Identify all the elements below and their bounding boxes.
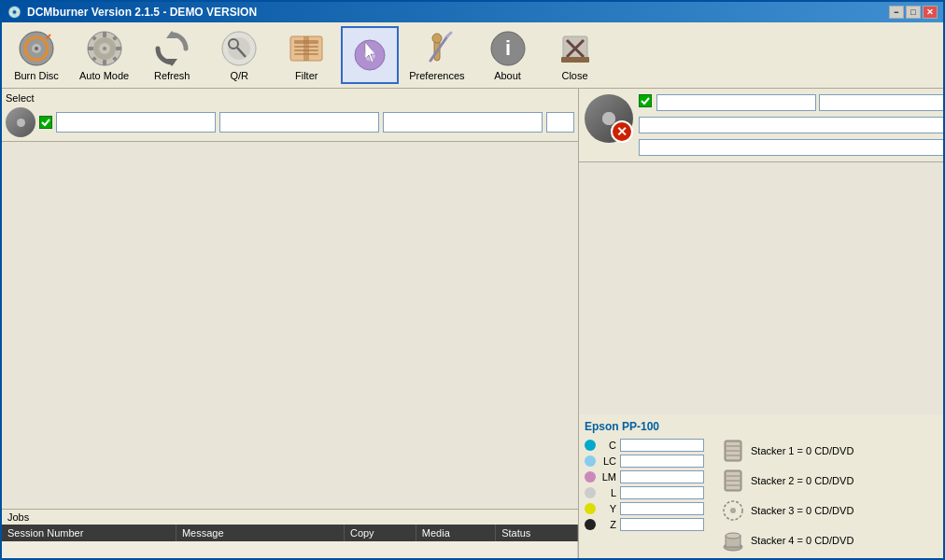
stacker-label-4: Stacker 4 = 0 CD/DVD	[751, 535, 853, 546]
ink-bar-lm	[620, 470, 704, 483]
preferences-button[interactable]: Preferences	[401, 26, 472, 84]
filter-button[interactable]: Filter	[274, 26, 339, 84]
main-window: 💿 DCMburner Version 2.1.5 - DEMO VERSION…	[0, 0, 945, 560]
cursor-icon	[350, 35, 389, 74]
stacker-label-3: Stacker 3 = 0 CD/DVD	[751, 505, 853, 516]
disc-icon	[6, 107, 35, 137]
auto-mode-button[interactable]: Auto Mode	[71, 26, 137, 84]
stacker-section: Stacker 1 = 0 CD/DVD	[723, 439, 853, 553]
select-row	[6, 107, 574, 137]
right-field-full[interactable]	[639, 139, 943, 156]
burn-disc-label: Burn Disc	[14, 70, 59, 81]
svg-rect-42	[561, 57, 589, 63]
qr-label: Q/R	[230, 70, 248, 81]
svg-point-57	[726, 533, 740, 539]
about-button[interactable]: i About	[475, 26, 541, 84]
epson-title: Epson PP-100	[585, 420, 943, 433]
ink-dot-z	[585, 519, 596, 530]
ink-row-lm: LM	[585, 470, 704, 483]
select-field-4[interactable]	[546, 112, 574, 133]
col-copy: Copy	[344, 525, 416, 541]
minimize-button[interactable]: −	[889, 6, 904, 19]
window-close-button[interactable]: ✕	[923, 6, 938, 19]
qr-icon	[219, 29, 259, 68]
error-disc-icon: ✕	[585, 94, 633, 143]
ink-label-y: Y	[599, 503, 616, 514]
refresh-label: Refresh	[154, 70, 190, 81]
app-icon: 💿	[7, 6, 21, 19]
stacker-row-3: Stacker 3 = 0 CD/DVD	[723, 498, 853, 523]
svg-point-2	[35, 47, 38, 50]
about-label: About	[494, 70, 521, 81]
burn-disc-button[interactable]: Burn Disc	[4, 26, 69, 84]
filter-icon	[287, 29, 326, 68]
svg-rect-28	[303, 36, 309, 61]
ink-dot-l	[585, 487, 596, 498]
right-field-2[interactable]	[819, 94, 943, 111]
svg-rect-50	[726, 477, 740, 480]
svg-rect-47	[726, 456, 740, 459]
qr-button[interactable]: Q/R	[206, 26, 272, 84]
stacker-row-2: Stacker 2 = 0 CD/DVD	[723, 469, 853, 493]
svg-rect-44	[726, 442, 740, 445]
select-label: Select	[6, 92, 574, 104]
refresh-button[interactable]: Refresh	[139, 26, 205, 84]
ink-row-y: Y	[585, 502, 704, 515]
svg-rect-12	[116, 47, 121, 50]
svg-rect-11	[88, 47, 93, 50]
list-area	[2, 142, 578, 509]
auto-mode-label: Auto Mode	[79, 70, 129, 81]
stacker-label-2: Stacker 2 = 0 CD/DVD	[751, 475, 853, 486]
ink-dot-lc	[585, 455, 596, 467]
stacker-label-1: Stacker 1 = 0 CD/DVD	[751, 445, 853, 456]
right-info	[639, 94, 943, 156]
about-icon: i	[488, 29, 528, 68]
col-status: Status	[496, 525, 578, 541]
stacker-icon-1	[723, 439, 743, 463]
svg-point-34	[432, 34, 442, 43]
right-checkbox[interactable]	[639, 94, 652, 107]
jobs-label: Jobs	[2, 510, 578, 525]
right-panel: ✕	[579, 89, 943, 558]
jobs-table: Session Number Message Copy Media Status	[2, 525, 578, 558]
stacker-icon-4	[723, 528, 743, 553]
stacker-icon-3	[723, 498, 743, 523]
right-field-1[interactable]	[656, 94, 816, 111]
stacker-row-1: Stacker 1 = 0 CD/DVD	[723, 439, 853, 463]
auto-mode-icon	[85, 29, 124, 68]
stacker-row-4: Stacker 4 = 0 CD/DVD	[723, 528, 853, 553]
col-media: Media	[416, 525, 495, 541]
restore-button[interactable]: □	[906, 6, 921, 19]
ink-section: C LC LM	[585, 439, 704, 553]
jobs-area: Jobs Session Number Message Copy Media S…	[2, 509, 578, 558]
close-icon	[556, 29, 595, 68]
select-area: Select	[2, 89, 578, 142]
svg-point-8	[103, 47, 106, 50]
error-x-badge: ✕	[611, 120, 633, 143]
select-field-2[interactable]	[219, 112, 379, 133]
ink-stacker-container: C LC LM	[585, 439, 943, 553]
select-field-1[interactable]	[56, 112, 216, 133]
select-field-3[interactable]	[383, 112, 543, 133]
svg-rect-9	[103, 32, 106, 37]
svg-rect-46	[726, 452, 740, 455]
toolbar: Burn Disc	[2, 22, 943, 89]
ink-label-lc: LC	[599, 455, 616, 467]
ink-dot-lm	[585, 471, 596, 483]
burn-disc-icon	[17, 29, 56, 68]
right-middle-area	[579, 162, 943, 414]
right-top: ✕	[579, 89, 943, 162]
ink-bar-z	[620, 518, 704, 531]
right-field-wide[interactable]	[639, 117, 943, 133]
select-checkbox[interactable]	[39, 116, 52, 129]
ink-row-l: L	[585, 486, 704, 499]
cursor-button[interactable]	[341, 26, 399, 84]
svg-rect-45	[726, 447, 740, 450]
preferences-icon	[417, 29, 457, 68]
ink-row-z: Z	[585, 518, 704, 531]
ink-bar-y	[620, 502, 704, 515]
refresh-icon	[152, 29, 191, 68]
close-button[interactable]: Close	[543, 26, 608, 84]
close-label: Close	[561, 70, 587, 81]
ink-label-z: Z	[599, 519, 616, 530]
